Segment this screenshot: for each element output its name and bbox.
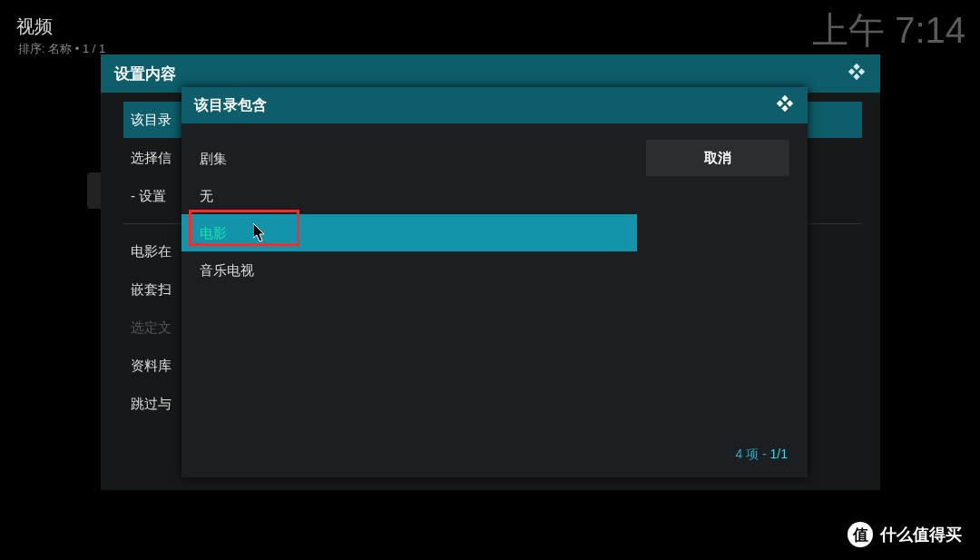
options-list: 剧集 无 电影 音乐电视 xyxy=(181,140,637,439)
content-type-title: 该目录包含 xyxy=(194,96,267,115)
kodi-logo-icon xyxy=(847,62,867,85)
kodi-logo-icon xyxy=(775,93,795,117)
clock: 上午 7:14 xyxy=(812,5,965,55)
screen-title: 视频 xyxy=(16,15,105,39)
cancel-button[interactable]: 取消 xyxy=(646,140,789,176)
sort-info: 排序: 名称 • 1 / 1 xyxy=(18,41,105,57)
dialog-footer: 4 项 - 1/1 xyxy=(181,439,808,463)
settings-dialog-title: 设置内容 xyxy=(114,64,176,84)
option-tvshows[interactable]: 剧集 xyxy=(181,140,637,177)
watermark-text: 什么值得买 xyxy=(880,524,962,545)
option-none[interactable]: 无 xyxy=(181,177,637,214)
content-type-header: 该目录包含 xyxy=(181,87,808,123)
background-header: 视频 排序: 名称 • 1 / 1 xyxy=(16,15,105,57)
item-count: 4 项 - xyxy=(735,447,769,461)
page-indicator: 1/1 xyxy=(770,447,788,461)
option-movies[interactable]: 电影 xyxy=(181,214,637,251)
watermark: 值 什么值得买 xyxy=(848,522,962,547)
option-musicvideos[interactable]: 音乐电视 xyxy=(181,251,637,289)
watermark-badge-icon: 值 xyxy=(848,522,873,547)
content-type-dialog: 该目录包含 剧集 无 电影 音乐电视 取消 4 项 - 1/1 xyxy=(181,87,808,477)
